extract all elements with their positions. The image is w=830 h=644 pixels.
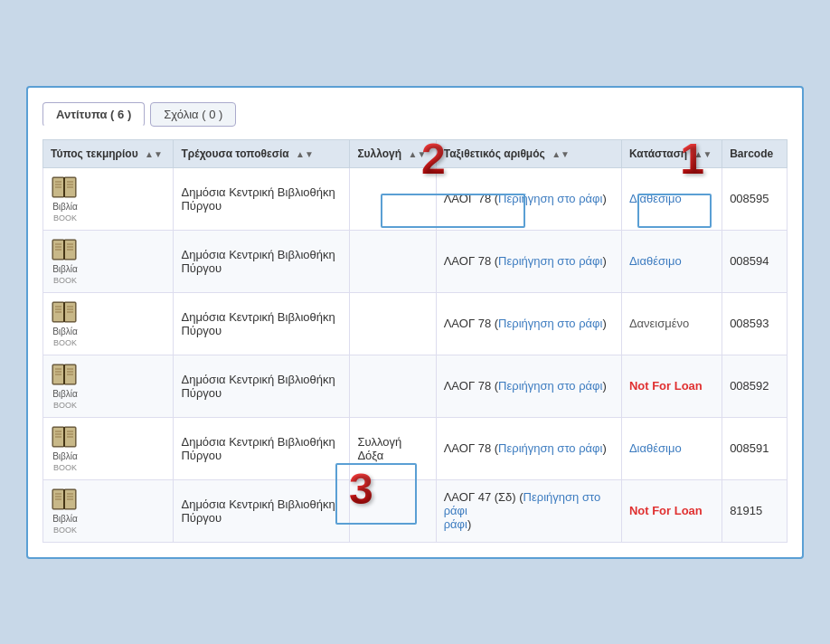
book-icon: Βιβλία BOOK [51,425,80,472]
cell-barcode: 008592 [722,355,788,417]
callnum-text: ΛΑΟΓ 78 [444,441,491,455]
cell-location: Δημόσια Κεντρική Βιβλιοθήκη Πύργου [174,230,350,292]
cell-status: Διαθέσιμο [621,417,722,479]
cell-location: Δημόσια Κεντρική Βιβλιοθήκη Πύργου [174,355,350,417]
book-label: Βιβλία [52,202,78,212]
cell-location: Δημόσια Κεντρική Βιβλιοθήκη Πύργου [174,167,350,230]
cell-barcode: 81915 [722,479,788,542]
cell-collection [350,355,436,417]
book-sublabel: BOOK [53,338,77,347]
cell-status: Not For Loan [621,355,722,417]
book-icon: Βιβλία BOOK [51,488,80,535]
book-label: Βιβλία [52,451,78,461]
callnum-text: ΛΑΟΓ 47 (Σδ) [444,490,516,504]
sort-icon-status: ▲▼ [694,149,712,159]
cell-type: Βιβλία BOOK [43,230,174,292]
cell-type: Βιβλία BOOK [43,355,174,417]
shelf-browse-link[interactable]: Περιήγηση στο ράφι [498,379,602,393]
status-badge: Διαθέσιμο [629,441,682,455]
cell-barcode: 008594 [722,230,788,292]
book-sublabel: BOOK [53,463,77,472]
book-sublabel: BOOK [53,401,77,410]
sort-icon-location: ▲▼ [296,149,314,159]
table-row: Βιβλία BOOK Δημόσια Κεντρική Βιβλιοθήκη … [43,355,788,417]
cell-callnum: ΛΑΟΓ 78 (Περιήγηση στο ράφι) [436,292,621,355]
cell-collection [350,292,436,355]
table-row: Βιβλία BOOK Δημόσια Κεντρική Βιβλιοθήκη … [43,417,788,479]
main-container: 1 2 3 Αντίτυπα ( 6 ) Σχόλια ( 0 ) Τύπος … [26,86,804,559]
status-badge: Διαθέσιμο [629,192,682,205]
cell-type: Βιβλία BOOK [43,417,174,479]
shelf-browse-link[interactable]: Περιήγηση στο ράφι [498,254,602,268]
cell-callnum: ΛΑΟΓ 78 (Περιήγηση στο ράφι) [436,230,621,292]
cell-collection [350,479,436,542]
book-label: Βιβλία [52,327,78,336]
cell-collection [350,167,436,230]
tab-scholia[interactable]: Σχόλια ( 0 ) [150,102,236,127]
book-sublabel: BOOK [53,526,77,535]
col-header-location[interactable]: Τρέχουσα τοποθεσία ▲▼ [174,139,350,167]
callnum-text: ΛΑΟΓ 78 [444,317,491,330]
book-icon: Βιβλία BOOK [51,175,80,223]
cell-status: Not For Loan [621,479,722,542]
cell-callnum: ΛΑΟΓ 78 (Περιήγηση στο ράφι) [436,355,621,417]
cell-location: Δημόσια Κεντρική Βιβλιοθήκη Πύργου [174,479,350,542]
col-header-type[interactable]: Τύπος τεκμηρίου ▲▼ [43,139,174,167]
cell-status: Διαθέσιμο [621,167,722,230]
tab-antitypa[interactable]: Αντίτυπα ( 6 ) [42,102,145,127]
callnum-text: ΛΑΟΓ 78 [444,192,491,205]
sort-icon-type: ▲▼ [145,149,163,159]
cell-location: Δημόσια Κεντρική Βιβλιοθήκη Πύργου [174,292,350,355]
cell-type: Βιβλία BOOK [43,479,174,542]
col-header-barcode: Barcode [722,139,788,167]
cell-type: Βιβλία BOOK [43,167,174,230]
book-label: Βιβλία [52,514,78,524]
sort-icon-callnum: ▲▼ [552,149,570,159]
book-sublabel: BOOK [53,276,77,285]
cell-barcode: 008591 [722,417,788,479]
cell-location: Δημόσια Κεντρική Βιβλιοθήκη Πύργου [174,417,350,479]
sort-icon-collection: ▲▼ [408,149,426,159]
book-icon: Βιβλία BOOK [51,238,80,285]
book-label: Βιβλία [52,389,78,399]
callnum-text: ΛΑΟΓ 78 [444,379,491,393]
cell-barcode: 008593 [722,292,788,355]
table-row: Βιβλία BOOK Δημόσια Κεντρική Βιβλιοθήκη … [43,292,788,355]
book-icon: Βιβλία BOOK [51,363,80,410]
table-row: Βιβλία BOOK Δημόσια Κεντρική Βιβλιοθήκη … [43,230,788,292]
cell-status: Διαθέσιμο [621,230,722,292]
cell-status: Δανεισμένο [621,292,722,355]
callnum-text: ΛΑΟΓ 78 [444,254,491,268]
shelf-browse-link[interactable]: Περιήγηση στο ράφι [498,192,602,205]
col-header-collection[interactable]: Συλλογή ▲▼ [350,139,436,167]
table-row: Βιβλία BOOK Δημόσια Κεντρική Βιβλιοθήκη … [43,167,788,230]
cell-collection [350,230,436,292]
collection-value: Συλλογή Δόξα [357,435,401,462]
shelf-browse-link[interactable]: Περιήγηση στο ράφι [498,317,602,330]
table-row: Βιβλία BOOK Δημόσια Κεντρική Βιβλιοθήκη … [43,479,788,542]
status-badge: Not For Loan [629,379,703,393]
tab-bar: Αντίτυπα ( 6 ) Σχόλια ( 0 ) [42,102,788,127]
cell-callnum: ΛΑΟΓ 47 (Σδ) (Περιήγηση στο ράφιράφι) [436,479,621,542]
status-badge: Δανεισμένο [629,317,689,330]
col-header-callnum[interactable]: Ταξιθετικός αριθμός ▲▼ [436,139,621,167]
status-badge: Not For Loan [629,504,703,517]
shelf-browse-link[interactable]: Περιήγηση στο ράφι [498,441,602,455]
book-label: Βιβλία [52,264,78,274]
status-badge: Διαθέσιμο [629,254,682,268]
cell-type: Βιβλία BOOK [43,292,174,355]
table-header-row: Τύπος τεκμηρίου ▲▼ Τρέχουσα τοποθεσία ▲▼… [43,139,788,167]
book-icon: Βιβλία BOOK [51,300,80,347]
cell-callnum: ΛΑΟΓ 78 (Περιήγηση στο ράφι) [436,417,621,479]
book-sublabel: BOOK [53,213,77,223]
cell-barcode: 008595 [722,167,788,230]
cell-callnum: ΛΑΟΓ 78 (Περιήγηση στο ράφι) [436,167,621,230]
col-header-status[interactable]: Κατάσταση ▲▼ [621,139,722,167]
cell-collection: Συλλογή Δόξα [350,417,436,479]
items-table: Τύπος τεκμηρίου ▲▼ Τρέχουσα τοποθεσία ▲▼… [42,139,788,543]
